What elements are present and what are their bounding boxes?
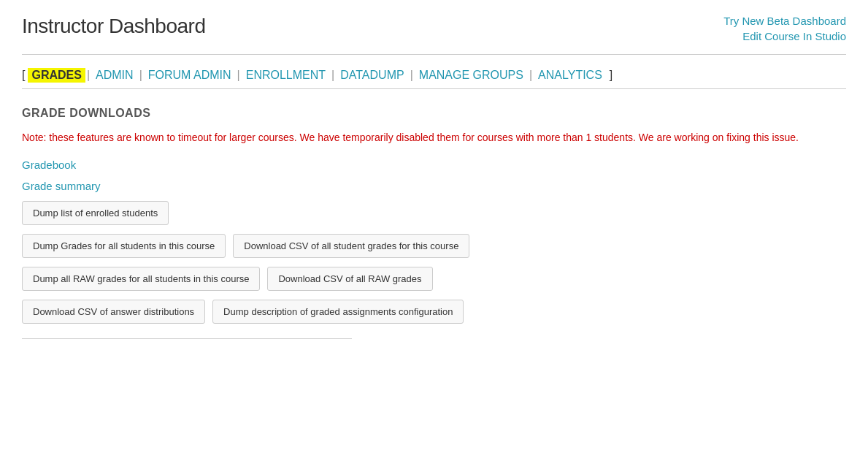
- button-row-2: Dump all RAW grades for all students in …: [22, 267, 846, 291]
- nav-bar: [ GRADES|ADMIN|FORUM ADMIN|ENROLLMENT|DA…: [22, 68, 846, 89]
- nav-separator: |: [87, 69, 90, 82]
- nav-item-enrollment[interactable]: ENROLLMENT: [242, 69, 330, 82]
- buttons-container: Dump list of enrolled studentsDump Grade…: [22, 201, 846, 324]
- nav-item-grades[interactable]: GRADES: [28, 68, 85, 83]
- links-container: GradebookGrade summary: [22, 159, 846, 192]
- grade-link-0[interactable]: Gradebook: [22, 159, 846, 171]
- nav-separator: |: [410, 69, 413, 82]
- nav-item-admin[interactable]: ADMIN: [91, 69, 138, 82]
- btn-2-0[interactable]: Dump all RAW grades for all students in …: [22, 267, 260, 291]
- button-row-0: Dump list of enrolled students: [22, 201, 846, 225]
- btn-3-1[interactable]: Dump description of graded assignments c…: [212, 300, 464, 324]
- header-links: Try New Beta Dashboard Edit Course In St…: [723, 15, 846, 42]
- nav-separator: |: [237, 69, 240, 82]
- bottom-divider: [22, 338, 352, 339]
- edit-course-link[interactable]: Edit Course In Studio: [742, 30, 846, 42]
- nav-separator: |: [331, 69, 334, 82]
- btn-1-1[interactable]: Download CSV of all student grades for t…: [233, 234, 469, 258]
- nav-item-datadump[interactable]: DATADUMP: [336, 69, 408, 82]
- button-row-1: Dump Grades for all students in this cou…: [22, 234, 846, 258]
- btn-3-0[interactable]: Download CSV of answer distributions: [22, 300, 205, 324]
- nav-close-bracket: ]: [610, 69, 612, 82]
- nav-item-analytics[interactable]: ANALYTICS: [534, 69, 607, 82]
- page-container: Instructor Dashboard Try New Beta Dashbo…: [0, 0, 868, 475]
- nav-open-bracket: [: [22, 69, 25, 82]
- btn-1-0[interactable]: Dump Grades for all students in this cou…: [22, 234, 226, 258]
- section-title: GRADE DOWNLOADS: [22, 107, 846, 120]
- page-title: Instructor Dashboard: [22, 15, 205, 38]
- btn-0-0[interactable]: Dump list of enrolled students: [22, 201, 169, 225]
- nav-item-manage-groups[interactable]: MANAGE GROUPS: [415, 69, 528, 82]
- nav-separator: |: [529, 69, 532, 82]
- nav-item-forum-admin[interactable]: FORUM ADMIN: [144, 69, 236, 82]
- warning-text: Note: these features are known to timeou…: [22, 130, 846, 145]
- grade-link-1[interactable]: Grade summary: [22, 180, 846, 192]
- header: Instructor Dashboard Try New Beta Dashbo…: [22, 15, 846, 55]
- button-row-3: Download CSV of answer distributionsDump…: [22, 300, 846, 324]
- btn-2-1[interactable]: Download CSV of all RAW grades: [267, 267, 432, 291]
- nav-separator: |: [139, 69, 142, 82]
- try-beta-link[interactable]: Try New Beta Dashboard: [723, 15, 846, 27]
